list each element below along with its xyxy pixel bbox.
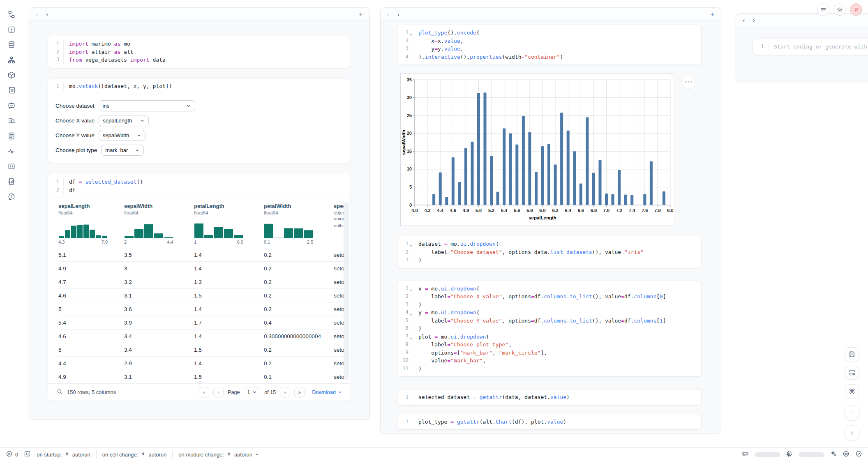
fold-chevron-icon[interactable]	[410, 314, 412, 316]
code-line[interactable]: 6)	[397, 325, 701, 333]
code-editor[interactable]: 1mo.vstack([dataset, x, y, plot])	[48, 78, 351, 94]
code-line[interactable]: 2 label="Choose X value", options=df.col…	[397, 293, 701, 301]
packages-icon[interactable]	[7, 71, 16, 79]
x-select[interactable]: sepalLength	[99, 115, 149, 126]
code-editor[interactable]: 1df = selected_dataset()2df	[48, 174, 351, 198]
fold-chevron-icon[interactable]	[410, 245, 412, 247]
tracing-icon[interactable]	[7, 147, 16, 155]
cell-dataframe[interactable]: 1df = selected_dataset()2df sepalLengthf…	[48, 174, 351, 401]
terminal-button[interactable]	[24, 450, 31, 459]
code-editor[interactable]: 1dataset = mo.ui.dropdown(2 label="Choos…	[397, 236, 701, 268]
code-editor[interactable]: 1x = mo.ui.dropdown(2 label="Choose X va…	[397, 281, 701, 377]
table-row[interactable]: 4.93.11.50.1setos	[58, 370, 351, 383]
table-row[interactable]: 5.43.91.70.4setos	[58, 316, 351, 329]
column-next-button[interactable]: ›	[397, 11, 399, 17]
code-line[interactable]: 4).interactive().properties(width="conta…	[397, 53, 701, 61]
snippets-icon[interactable]	[7, 162, 16, 171]
column-prev-button[interactable]: ‹	[36, 11, 38, 17]
column-header-sepalWidth[interactable]: sepalWidthfloat6424.4	[124, 203, 194, 244]
code-line[interactable]: 3)	[397, 256, 701, 264]
code-line[interactable]: 5 label="Choose Y value", options=df.col…	[397, 317, 701, 325]
table-row[interactable]: 4.73.21.30.2setos	[58, 275, 351, 288]
logs-icon[interactable]	[7, 86, 16, 95]
chat-icon[interactable]	[7, 101, 16, 110]
dependency-graph-icon[interactable]	[7, 55, 16, 64]
dataset-select[interactable]: iris	[99, 100, 195, 111]
code-line[interactable]: 8 label="Choose plot type",	[397, 341, 701, 349]
column-header-sepalLength[interactable]: sepalLengthfloat644.37.9	[58, 203, 124, 244]
run-button[interactable]	[844, 425, 860, 441]
table-vertical-scrollbar[interactable]	[344, 202, 349, 380]
table-row[interactable]: 4.42.91.40.2setos	[58, 356, 351, 370]
cell-vstack[interactable]: 1mo.vstack([dataset, x, y, plot]) Choose…	[48, 78, 351, 164]
error-counter[interactable]: 0	[6, 450, 18, 459]
first-page-button[interactable]: «	[199, 387, 209, 397]
code-editor[interactable]: 1import marimo as mo2import altair as al…	[48, 36, 351, 68]
column-header-petalLength[interactable]: petalLengthfloat6416.9	[194, 203, 264, 244]
search-icon[interactable]	[56, 388, 63, 396]
keyboard-shortcuts-button[interactable]: ⌘	[845, 384, 859, 398]
cell-plot-encode[interactable]: 1plot_type().encode(2 x=x.value,3 y=y.va…	[397, 25, 702, 65]
table-row[interactable]: 53.41.50.2setos	[58, 343, 351, 356]
cell-new-empty[interactable]: 1 Start coding or generate with	[753, 39, 868, 55]
fold-chevron-icon[interactable]	[410, 34, 412, 36]
cell-plot-type[interactable]: 1plot_type = getattr(alt.Chart(df), plot…	[397, 414, 702, 430]
file-tree-icon[interactable]	[7, 10, 16, 18]
code-line[interactable]: 1dataset = mo.ui.dropdown(	[397, 240, 701, 248]
cell-selected-dataset[interactable]: 1selected_dataset = getattr(data, datase…	[397, 389, 702, 406]
copilot-button[interactable]	[843, 450, 850, 459]
save-button[interactable]	[845, 347, 859, 361]
add-column-button[interactable]: +	[710, 11, 714, 18]
code-line[interactable]: 11)	[397, 365, 701, 373]
code-line[interactable]: 3 y=y.value,	[397, 45, 701, 53]
column-header-petalWidth[interactable]: petalWidthfloat640.12.5	[264, 203, 334, 244]
variable-explorer-icon[interactable]	[7, 116, 16, 125]
menu-button[interactable]	[817, 3, 829, 16]
generate-link[interactable]: generate	[825, 44, 851, 50]
cell-imports[interactable]: 1import marimo as mo2import altair as al…	[48, 36, 351, 68]
column-prev-button[interactable]: ‹	[387, 11, 389, 17]
cell-xy-plot-dropdowns[interactable]: 1x = mo.ui.dropdown(2 label="Choose X va…	[397, 281, 702, 377]
y-select[interactable]: sepalWidth	[99, 130, 145, 141]
scratchpad-icon[interactable]	[7, 177, 16, 186]
table-row[interactable]: 4.931.40.2setos	[58, 261, 351, 275]
last-page-button[interactable]: »	[294, 387, 305, 397]
on-module-change-setting[interactable]: on module change: autorun	[178, 451, 259, 458]
code-line[interactable]: 1plot_type = getattr(alt.Chart(df), plot…	[397, 418, 701, 426]
code-line[interactable]: 7plot = mo.ui.dropdown(	[397, 333, 701, 341]
code-line[interactable]: 4y = mo.ui.dropdown(	[397, 309, 701, 317]
help-icon[interactable]: ?	[7, 192, 16, 201]
ai-sparkles-button[interactable]	[830, 450, 837, 459]
code-line[interactable]: 1selected_dataset = getattr(data, datase…	[397, 393, 701, 401]
next-page-button[interactable]: ›	[280, 387, 290, 397]
column-prev-button[interactable]: ‹	[743, 17, 745, 23]
code-line[interactable]: 3)	[397, 301, 701, 309]
table-row[interactable]: 4.63.11.50.2setos	[58, 288, 351, 302]
code-line[interactable]: 1plot_type().encode(	[397, 29, 701, 37]
connection-status-button[interactable]	[855, 450, 862, 459]
cell-dataset-dropdown[interactable]: 1dataset = mo.ui.dropdown(2 label="Choos…	[397, 236, 702, 268]
code-line[interactable]: 9 options=["mark_bar", "mark_circle"],	[397, 349, 701, 357]
altair-chart[interactable]: 4.04.24.44.64.85.05.25.45.65.86.06.26.46…	[400, 73, 673, 226]
code-editor[interactable]: 1selected_dataset = getattr(data, datase…	[397, 390, 701, 405]
table-row[interactable]: 4.63.41.40.30000000000000004setos	[58, 329, 351, 343]
code-line[interactable]: 2import altair as alt	[48, 48, 351, 56]
function-icon[interactable]: f	[7, 25, 16, 34]
code-line[interactable]: 3from vega_datasets import data	[48, 56, 351, 64]
code-editor[interactable]: 1 Start coding or generate with	[753, 39, 868, 55]
code-line[interactable]: 2 x=x.value,	[397, 37, 701, 45]
add-column-button[interactable]: +	[359, 11, 363, 18]
code-editor[interactable]: 1plot_type().encode(2 x=x.value,3 y=y.va…	[397, 25, 701, 65]
prev-page-button[interactable]: ‹	[213, 387, 224, 397]
datasources-icon[interactable]	[7, 40, 16, 49]
stop-button[interactable]	[844, 405, 860, 421]
code-line[interactable]: 1import marimo as mo	[48, 40, 351, 48]
fold-chevron-icon[interactable]	[410, 290, 412, 291]
code-editor[interactable]: 1plot_type = getattr(alt.Chart(df), plot…	[397, 414, 701, 430]
plot-type-select[interactable]: mark_bar	[101, 145, 144, 156]
shutdown-button[interactable]	[850, 3, 862, 16]
page-number-select[interactable]: 1	[244, 387, 260, 397]
code-line[interactable]: 10 value="mark_bar",	[397, 357, 701, 365]
on-startup-setting[interactable]: on startup: autorun	[37, 451, 90, 458]
column-next-button[interactable]: ›	[46, 11, 48, 17]
